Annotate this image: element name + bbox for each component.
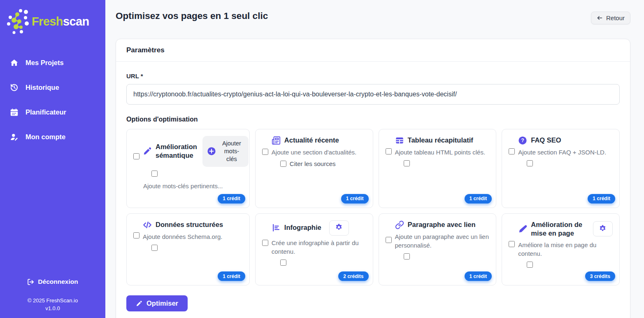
sub-option-checkbox[interactable] [404, 160, 410, 166]
back-button-label: Retour [606, 14, 625, 21]
option-select-area[interactable]: Infographie Crée une infographie à parti… [262, 220, 366, 266]
option-checkbox-amelioration-semantique[interactable] [133, 153, 139, 159]
sub-option-checkbox[interactable] [280, 161, 286, 167]
sub-option-row[interactable] [151, 171, 243, 177]
settings-button-infographie[interactable] [329, 220, 349, 236]
pen-icon [518, 224, 527, 234]
option-title: Tableau récapitulatif [408, 136, 473, 145]
code-icon [143, 220, 152, 229]
option-checkbox-faq-seo[interactable] [509, 148, 515, 154]
option-card-amelioration-mise-en-page: Amélioration de mise en page Améliore la… [502, 213, 620, 286]
credit-badge: 2 crédits [338, 271, 368, 281]
credit-badge: 1 crédit [218, 194, 245, 203]
option-select-area[interactable]: Tableau récapitulatif Ajoute tableau HTM… [386, 136, 490, 166]
brand-logo[interactable]: Freshscan [0, 0, 105, 37]
add-keywords-button[interactable]: Ajouter mots-clés [202, 136, 249, 167]
gear-icon [335, 223, 343, 232]
option-title: Amélioration de mise en page [531, 220, 589, 238]
sub-option-row[interactable] [151, 245, 243, 251]
sidebar-item-mon-compte[interactable]: Mon compte [0, 124, 105, 149]
option-select-area[interactable]: Amélioration de mise en page Améliore la… [509, 220, 613, 268]
credit-badge: 1 crédit [588, 194, 615, 203]
history-icon [10, 83, 19, 92]
option-title-row: Paragraphe avec lien [395, 220, 490, 229]
optimize-button-label: Optimiser [146, 299, 178, 307]
logout-icon [27, 278, 34, 285]
sub-option-checkbox[interactable] [151, 171, 158, 177]
sub-option-row[interactable] [527, 160, 613, 166]
svg-text:?: ? [521, 138, 524, 143]
option-title: Actualité récente [284, 136, 339, 145]
logout-label: Déconnexion [38, 278, 78, 285]
option-card-faq-seo: ? FAQ SEO Ajoute section FAQ + JSON-LD. … [502, 129, 620, 208]
pencil-icon [136, 300, 142, 307]
option-select-area[interactable]: Données structurées Ajoute données Schem… [133, 220, 243, 251]
sidebar-item-mes-projets[interactable]: Mes Projets [0, 50, 105, 75]
option-title-row: Amélioration sémantique Ajouter mots-clé… [143, 136, 243, 167]
sidebar-item-label: Planificateur [26, 108, 66, 116]
panel-header: Paramètres [116, 39, 630, 62]
option-select-area[interactable]: ? FAQ SEO Ajoute section FAQ + JSON-LD. [509, 136, 613, 166]
option-select-area[interactable]: Actualité récente Ajoute une section d'a… [262, 136, 366, 167]
option-checkbox-tableau-recapitulatif[interactable] [386, 148, 392, 154]
freshscan-logo-icon [6, 8, 30, 35]
option-description: Ajoute mots-clés pertinents... [143, 182, 243, 190]
sidebar: Freshscan Mes Projets Historique Planifi… [0, 0, 105, 318]
settings-button-amelioration-mise-en-page[interactable] [593, 221, 613, 236]
credit-badge: 1 crédit [341, 194, 369, 203]
option-card-actualite-recente: Actualité récente Ajoute une section d'a… [255, 129, 373, 208]
sub-option-checkbox[interactable] [527, 160, 533, 166]
sub-option-label: Citer les sources [290, 160, 336, 167]
option-select-area[interactable]: Amélioration sémantique Ajouter mots-clé… [133, 136, 243, 177]
table-icon [395, 136, 404, 145]
option-checkbox-donnees-structurees[interactable] [133, 232, 139, 238]
sidebar-item-label: Mon compte [26, 133, 65, 141]
option-select-area[interactable]: Paragraphe avec lien Ajoute un paragraph… [386, 220, 490, 260]
option-title: FAQ SEO [531, 136, 561, 145]
calendar-icon [10, 108, 19, 117]
option-description: Ajoute section FAQ + JSON-LD. [518, 148, 613, 157]
option-title-row: ? FAQ SEO [518, 136, 613, 145]
options-grid: Amélioration sémantique Ajouter mots-clé… [126, 129, 620, 285]
arrow-left-icon [597, 15, 603, 21]
option-description: Ajoute une section d'actualités. [272, 148, 366, 157]
logout-button[interactable]: Déconnexion [25, 278, 80, 286]
option-checkbox-actualite-recente[interactable] [262, 149, 268, 155]
option-title: Amélioration sémantique [156, 143, 197, 160]
sub-option-checkbox[interactable] [527, 262, 533, 268]
panel-title: Paramètres [126, 46, 620, 54]
sub-option-checkbox[interactable] [404, 253, 410, 260]
back-button[interactable]: Retour [591, 12, 630, 24]
home-icon [10, 58, 19, 67]
sidebar-item-planificateur[interactable]: Planificateur [0, 100, 105, 124]
option-checkbox-amelioration-mise-en-page[interactable] [509, 241, 515, 247]
credit-badge: 1 crédit [465, 271, 492, 281]
sidebar-item-historique[interactable]: Historique [0, 75, 105, 100]
sidebar-item-label: Historique [26, 84, 59, 91]
sidebar-nav: Mes Projets Historique Planificateur Mon… [0, 50, 105, 149]
option-title-row: Tableau récapitulatif [395, 136, 490, 145]
sub-option-checkbox[interactable] [280, 260, 286, 266]
app-window: Freshscan Mes Projets Historique Planifi… [0, 0, 644, 318]
option-checkbox-paragraphe-avec-lien[interactable] [386, 237, 392, 243]
option-description: Ajoute données Schema.org. [143, 232, 243, 241]
sub-option-row[interactable] [404, 160, 490, 166]
option-title-row: Infographie [272, 220, 366, 236]
page-title: Optimisez vos pages en 1 seul clic [116, 11, 268, 21]
copyright-text: © 2025 FreshScan.io [0, 297, 105, 305]
panel-body: URL * Options d'optimisation Amélioratio… [116, 62, 630, 318]
sub-option-row[interactable]: Citer les sources [280, 160, 366, 167]
version-text: v1.0.0 [0, 305, 105, 313]
url-input[interactable] [126, 84, 620, 105]
sub-option-row[interactable] [404, 253, 490, 260]
option-title-row: Amélioration de mise en page [518, 220, 613, 238]
option-checkbox-infographie[interactable] [262, 240, 268, 246]
option-card-amelioration-semantique: Amélioration sémantique Ajouter mots-clé… [126, 129, 250, 208]
sub-option-checkbox[interactable] [151, 245, 158, 251]
sub-option-row[interactable] [280, 260, 366, 266]
chart-icon [272, 223, 281, 232]
option-title: Données structurées [156, 220, 223, 229]
pencil-icon [143, 147, 152, 156]
sub-option-row[interactable] [527, 262, 613, 268]
optimize-button[interactable]: Optimiser [126, 295, 188, 311]
